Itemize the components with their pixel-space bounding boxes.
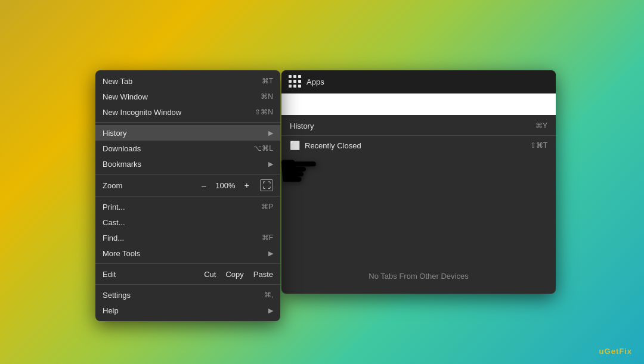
submenu-toolbar: Apps bbox=[281, 70, 556, 94]
main-menu: New Tab ⌘T New Window ⌘N New Incognito W… bbox=[95, 70, 280, 321]
history-submenu: Apps History ⌘Y ⬜ Recently Closed ⇧⌘T No… bbox=[281, 70, 556, 294]
copy-button[interactable]: Copy bbox=[225, 270, 243, 279]
divider-4 bbox=[95, 263, 280, 264]
paste-button[interactable]: Paste bbox=[253, 270, 273, 279]
submenu-inner: History ⌘Y ⬜ Recently Closed ⇧⌘T No Tabs… bbox=[281, 115, 556, 294]
edit-actions: Cut Copy Paste bbox=[204, 270, 273, 279]
divider-2 bbox=[95, 174, 280, 175]
browser-address-bar bbox=[281, 94, 556, 115]
submenu-content: History ⌘Y ⬜ Recently Closed ⇧⌘T bbox=[281, 115, 556, 156]
menu-item-new-incognito[interactable]: New Incognito Window ⇧⌘N bbox=[95, 104, 280, 120]
submenu-divider-1 bbox=[281, 135, 556, 136]
menu-item-settings[interactable]: Settings ⌘, bbox=[95, 287, 280, 303]
divider-3 bbox=[95, 196, 280, 197]
menu-container: New Tab ⌘T New Window ⌘N New Incognito W… bbox=[95, 70, 556, 321]
no-tabs-label: No Tabs From Other Devices bbox=[281, 266, 556, 287]
apps-icon bbox=[289, 75, 302, 88]
menu-item-new-window[interactable]: New Window ⌘N bbox=[95, 89, 280, 104]
menu-item-bookmarks[interactable]: Bookmarks ▶ bbox=[95, 156, 280, 172]
edit-row: Edit Cut Copy Paste bbox=[95, 266, 280, 282]
divider-1 bbox=[95, 122, 280, 123]
divider-5 bbox=[95, 284, 280, 285]
watermark: uGetFix bbox=[599, 347, 632, 356]
menu-item-new-tab[interactable]: New Tab ⌘T bbox=[95, 73, 280, 89]
recently-closed-icon: ⬜ bbox=[290, 141, 300, 150]
zoom-plus-button[interactable]: + bbox=[242, 181, 252, 190]
menu-item-find[interactable]: Find... ⌘F bbox=[95, 230, 280, 245]
zoom-row: Zoom – 100% + ⛶ bbox=[95, 177, 280, 194]
zoom-controls: – 100% + ⛶ bbox=[199, 179, 273, 191]
apps-label: Apps bbox=[306, 77, 324, 86]
menu-item-cast[interactable]: Cast... bbox=[95, 214, 280, 230]
zoom-expand-button[interactable]: ⛶ bbox=[260, 179, 273, 191]
menu-item-downloads[interactable]: Downloads ⌥⌘L bbox=[95, 141, 280, 156]
cut-button[interactable]: Cut bbox=[204, 270, 216, 279]
submenu-history-item[interactable]: History ⌘Y bbox=[281, 117, 556, 134]
submenu-recently-closed-item[interactable]: ⬜ Recently Closed ⇧⌘T bbox=[281, 137, 556, 154]
menu-item-history[interactable]: History ▶ bbox=[95, 125, 280, 141]
menu-item-more-tools[interactable]: More Tools ▶ bbox=[95, 245, 280, 261]
menu-item-help[interactable]: Help ▶ bbox=[95, 303, 280, 318]
zoom-minus-button[interactable]: – bbox=[199, 181, 209, 190]
menu-item-print[interactable]: Print... ⌘P bbox=[95, 199, 280, 214]
